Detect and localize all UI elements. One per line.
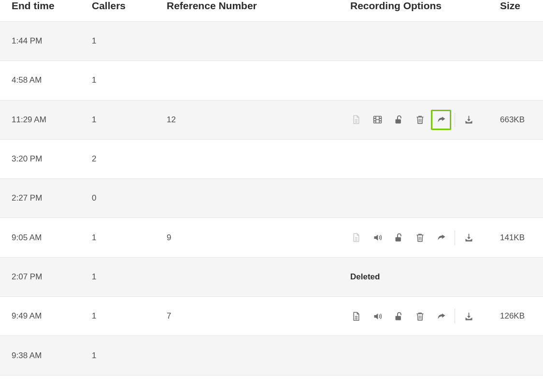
cell-end-time: 11:29 AM <box>0 115 92 125</box>
cell-reference: 7 <box>167 311 350 321</box>
cell-callers: 1 <box>92 311 167 321</box>
audio-icon[interactable] <box>372 232 383 244</box>
cell-recording <box>350 309 500 323</box>
cell-end-time: 9:38 AM <box>0 351 92 361</box>
cell-recording <box>350 231 500 245</box>
table-row: 2:27 PM 0 <box>0 179 543 218</box>
table-row: 9:49 AM 1 7 126KB <box>0 297 543 336</box>
cell-end-time: 2:27 PM <box>0 193 92 203</box>
table-row: 1:44 PM 1 <box>0 22 543 61</box>
delete-icon[interactable] <box>414 232 426 244</box>
recording-actions <box>350 309 500 323</box>
cell-callers: 1 <box>92 75 167 85</box>
table-row: 4:58 AM 1 <box>0 61 543 100</box>
audio-icon[interactable] <box>372 310 383 322</box>
notes-icon[interactable] <box>350 232 362 244</box>
header-recording[interactable]: Recording Options <box>350 0 500 12</box>
download-icon[interactable] <box>463 114 474 126</box>
share-icon[interactable] <box>435 232 447 244</box>
cell-end-time: 3:20 PM <box>0 154 92 164</box>
download-icon[interactable] <box>463 310 474 322</box>
separator <box>455 231 455 245</box>
table-row: 3:20 PM 2 <box>0 140 543 179</box>
cell-callers: 1 <box>92 115 167 125</box>
cell-callers: 0 <box>92 193 167 203</box>
cell-recording <box>350 113 500 127</box>
delete-icon[interactable] <box>414 310 426 322</box>
cell-reference: 12 <box>167 115 350 125</box>
share-highlight <box>431 110 451 130</box>
cell-callers: 2 <box>92 154 167 164</box>
deleted-label: Deleted <box>350 272 380 281</box>
separator <box>455 309 455 323</box>
share-icon[interactable] <box>435 114 447 126</box>
cell-end-time: 9:05 AM <box>0 233 92 243</box>
cell-size: 126KB <box>500 311 541 321</box>
header-size[interactable]: Size <box>500 0 541 12</box>
download-icon[interactable] <box>463 232 474 244</box>
table-row: 2:07 PM 1 Deleted <box>0 258 543 297</box>
cell-size: 663KB <box>500 115 541 125</box>
cell-recording: Deleted <box>350 272 500 282</box>
video-icon[interactable] <box>372 114 383 126</box>
cell-callers: 1 <box>92 272 167 282</box>
notes-icon[interactable] <box>350 310 362 322</box>
share-icon[interactable] <box>435 310 447 322</box>
cell-end-time: 1:44 PM <box>0 36 92 46</box>
recording-actions <box>350 113 500 127</box>
table-row: 9:05 AM 1 9 141KB <box>0 218 543 257</box>
table-row: 11:29 AM 1 12 663KB <box>0 101 543 140</box>
delete-icon[interactable] <box>414 114 426 126</box>
notes-icon[interactable] <box>350 114 362 126</box>
cell-end-time: 4:58 AM <box>0 75 92 85</box>
table-row: 9:38 AM 1 <box>0 336 543 375</box>
cell-reference: 9 <box>167 233 350 243</box>
cell-callers: 1 <box>92 36 167 46</box>
unlock-icon[interactable] <box>393 232 404 244</box>
cell-callers: 1 <box>92 233 167 243</box>
cell-callers: 1 <box>92 351 167 361</box>
cell-end-time: 9:49 AM <box>0 311 92 321</box>
table-header: End time Callers Reference Number Record… <box>0 0 543 22</box>
recordings-table: End time Callers Reference Number Record… <box>0 0 543 376</box>
cell-end-time: 2:07 PM <box>0 272 92 282</box>
header-callers[interactable]: Callers <box>92 0 167 12</box>
header-end-time[interactable]: End time <box>0 0 92 12</box>
unlock-icon[interactable] <box>393 114 404 126</box>
unlock-icon[interactable] <box>393 310 404 322</box>
cell-size: 141KB <box>500 233 541 243</box>
separator <box>455 113 455 127</box>
header-reference[interactable]: Reference Number <box>167 0 350 12</box>
recording-actions <box>350 231 500 245</box>
